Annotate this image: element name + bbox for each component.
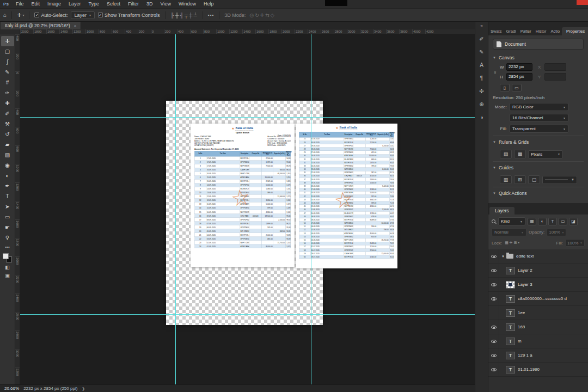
crop-tool[interactable]: # xyxy=(1,77,14,88)
shape-tool[interactable]: ▭ xyxy=(1,212,14,222)
info-panel-icon[interactable]: ◑ xyxy=(480,115,483,120)
screen-mode-icon[interactable]: ▣ xyxy=(5,273,10,278)
color-swatches[interactable] xyxy=(3,253,12,262)
move-tool[interactable]: ✛ xyxy=(1,36,14,46)
tab-properties[interactable]: Properties xyxy=(562,27,588,35)
group-chevron-icon[interactable]: ▼ xyxy=(501,255,505,258)
3d-roll-icon[interactable]: ↻ xyxy=(254,13,260,18)
ellipsis-icon[interactable]: ••• xyxy=(208,13,214,17)
panel-tab[interactable]: Patter xyxy=(518,27,534,35)
paragraph-panel-icon[interactable]: ¶ xyxy=(480,76,483,81)
ruler-origin[interactable] xyxy=(0,29,20,34)
filter-pixel-layers-icon[interactable]: ▦ xyxy=(528,218,536,225)
units-dropdown[interactable]: Pixels▼ xyxy=(528,150,563,158)
layer-row[interactable]: ▼ T 01.01.1990 xyxy=(488,363,588,377)
brush-tool[interactable]: ✐ xyxy=(1,108,14,119)
glyphs-panel-icon[interactable]: ✣ xyxy=(479,89,483,94)
move-tool-option-icon[interactable]: ✛▾ xyxy=(17,12,24,18)
layer-name[interactable]: Layer 2 xyxy=(518,268,532,273)
toggle-grid-icon[interactable]: ▦ xyxy=(514,150,526,158)
clone-source-icon[interactable]: ⊕ xyxy=(479,102,483,107)
show-transform-controls-checkbox[interactable]: ✓ Show Transform Controls xyxy=(98,13,160,18)
guide-horizontal[interactable] xyxy=(20,314,475,315)
tab-layers[interactable]: Layers xyxy=(489,207,514,215)
bit-depth-dropdown[interactable]: 16 Bits/Channel▼ xyxy=(510,114,568,122)
portrait-orientation-button[interactable]: ▯ xyxy=(500,84,510,91)
layer-row[interactable]: ▼ T Layer 3 xyxy=(488,278,588,292)
layer-row[interactable]: ▼ T 1ee xyxy=(488,306,588,320)
kind-filter-dropdown[interactable]: Kind▼ xyxy=(498,217,525,225)
3d-slide-icon[interactable]: ⇆ xyxy=(265,13,270,18)
clone-stamp-tool[interactable]: ⚒ xyxy=(1,119,14,129)
layer-name[interactable]: edite text xyxy=(516,254,534,259)
auto-select-checkbox[interactable]: ✓ Auto-Select: xyxy=(34,13,68,18)
type-tool[interactable]: T xyxy=(1,191,14,201)
history-brush-tool[interactable]: ↺ xyxy=(1,129,14,139)
menu-item[interactable]: Layer xyxy=(65,0,85,8)
path-selection-tool[interactable]: ➤ xyxy=(1,201,14,212)
lock-transparency-icon[interactable]: ▦ xyxy=(504,241,509,245)
visibility-toggle[interactable] xyxy=(488,348,499,362)
menu-item[interactable]: Window xyxy=(175,0,200,8)
lock-guides-icon[interactable]: ⊞ xyxy=(514,175,526,184)
panel-tab[interactable]: Histor xyxy=(534,27,549,35)
guide-vertical[interactable] xyxy=(175,34,176,384)
auto-select-target-dropdown[interactable]: Layer▼ xyxy=(71,11,94,19)
lock-position-icon[interactable]: ⊞ xyxy=(513,241,518,245)
filter-smart-objects-icon[interactable]: ◪ xyxy=(569,218,578,225)
visibility-toggle[interactable] xyxy=(488,320,499,334)
eyedropper-tool[interactable]: ✑ xyxy=(1,88,14,98)
layer-name[interactable]: Layer 3 xyxy=(518,282,532,287)
align-bottom-icon[interactable]: ╧ xyxy=(193,13,197,18)
layer-row[interactable]: ▼ T edite text xyxy=(488,249,588,264)
menu-item[interactable]: Image xyxy=(44,0,65,8)
collapse-panels-icon[interactable]: « xyxy=(480,23,482,28)
3d-pan-icon[interactable]: ✛ xyxy=(260,13,265,18)
layer-name[interactable]: c8a0000000...ccccccc0 d xyxy=(518,296,567,301)
visibility-toggle[interactable] xyxy=(488,292,499,305)
dodge-tool[interactable]: ◐ xyxy=(1,170,14,181)
guide-vertical[interactable] xyxy=(311,34,311,384)
clear-guides-icon[interactable]: ▢ xyxy=(528,175,540,184)
blend-mode-dropdown[interactable]: Normal▼ xyxy=(492,228,526,236)
color-mode-dropdown[interactable]: RGB Color▼ xyxy=(510,103,568,111)
menu-item[interactable]: Edit xyxy=(28,0,44,8)
eraser-tool[interactable]: ▰ xyxy=(1,139,14,150)
layer-row[interactable]: ▼ T 169 xyxy=(488,320,588,334)
quick-actions-section-header[interactable]: ▼ Quick Actions xyxy=(493,187,584,199)
pen-tool[interactable]: ✒ xyxy=(1,181,14,191)
height-input[interactable]: 2854 px xyxy=(506,73,532,81)
guide-style-dropdown[interactable]: ▼ xyxy=(542,176,577,184)
guides-section-header[interactable]: ▼ Guides xyxy=(493,161,584,173)
document-tab[interactable]: Italy id.psd @ 20.7% (RGB/16*) × xyxy=(1,22,81,29)
panel-tab[interactable]: Swats xyxy=(488,27,504,35)
horizontal-ruler[interactable]: 2000180016001400120010008006004002000200… xyxy=(20,29,475,34)
visibility-toggle[interactable] xyxy=(488,249,499,263)
layer-name[interactable]: 129 1 a xyxy=(518,353,532,358)
zoom-tool[interactable]: ⚲ xyxy=(1,232,14,243)
visibility-toggle[interactable] xyxy=(488,306,499,320)
menu-item[interactable]: Help xyxy=(200,0,218,8)
gradient-tool[interactable]: ▨ xyxy=(1,150,14,160)
layer-name[interactable]: m xyxy=(518,339,522,344)
hand-tool[interactable]: ☛ xyxy=(1,222,14,232)
layer-row[interactable]: ▼ T m xyxy=(488,334,588,348)
menu-item[interactable]: File xyxy=(12,0,28,8)
landscape-orientation-button[interactable]: ▭ xyxy=(512,84,522,91)
canvas-section-header[interactable]: ▼ Canvas xyxy=(493,52,584,63)
align-center-v-icon[interactable]: ╪ xyxy=(188,13,193,18)
x-input[interactable] xyxy=(544,63,566,71)
align-top-icon[interactable]: ╤ xyxy=(184,13,188,18)
layer-row[interactable]: ▼ T c8a0000000...ccccccc0 d xyxy=(488,292,588,306)
canvas[interactable]: ★ Bank of India Relationship beyond bank… xyxy=(20,34,475,384)
healing-brush-tool[interactable]: ✚ xyxy=(1,98,14,108)
blur-tool[interactable]: ◉ xyxy=(1,160,14,170)
align-left-icon[interactable]: ╟ xyxy=(170,13,175,18)
opacity-input[interactable]: 100%▼ xyxy=(547,229,566,236)
close-window-button[interactable] xyxy=(577,0,588,5)
link-dimensions-icon[interactable]: ∞ xyxy=(493,70,498,74)
filter-shape-layers-icon[interactable]: ▭ xyxy=(559,218,567,225)
width-input[interactable]: 2232 px xyxy=(506,63,532,71)
align-right-icon[interactable]: ╢ xyxy=(179,13,183,18)
y-input[interactable] xyxy=(544,73,566,81)
